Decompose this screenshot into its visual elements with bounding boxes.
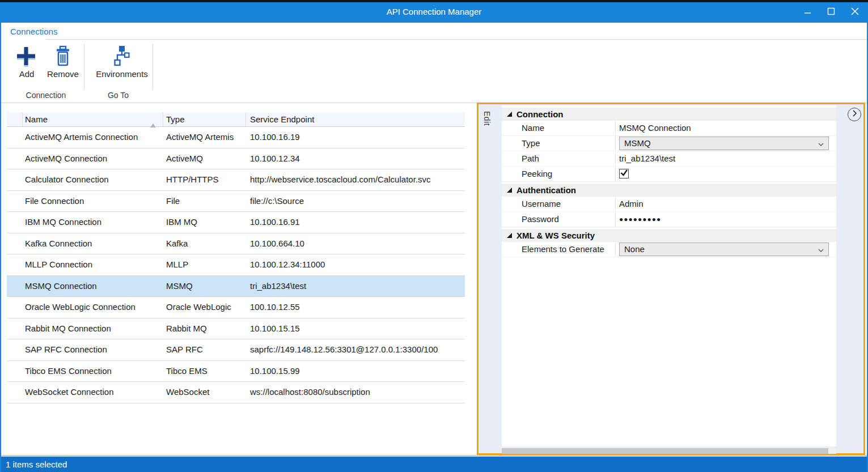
table-row[interactable]: SAP RFC Connection SAP RFC saprfc://149.…: [7, 339, 465, 361]
trash-icon: [43, 44, 83, 68]
table-row[interactable]: Oracle WebLogic Connection Oracle WebLog…: [7, 297, 465, 318]
window-left-border: [0, 23, 1, 472]
minimize-button[interactable]: [795, 2, 819, 23]
property-row-peeking: Peeking: [502, 167, 836, 182]
type-dropdown[interactable]: MSMQ: [619, 137, 829, 150]
expanded-triangle-icon: [507, 112, 512, 117]
scrollbar-thumb[interactable]: [502, 448, 828, 454]
table-row[interactable]: ActiveMQ Connection ActiveMQ 10.100.12.3…: [7, 148, 465, 170]
environments-button-label: Environments: [94, 69, 150, 79]
environments-button[interactable]: Environments: [94, 44, 150, 79]
window-title: API Connection Manager: [0, 0, 868, 23]
section-header-xml-ws-security[interactable]: XML & WS Security: [502, 229, 836, 242]
add-button-label: Add: [7, 69, 46, 79]
chevron-down-icon: [818, 136, 824, 151]
close-button[interactable]: [843, 2, 867, 23]
maximize-icon: [827, 7, 835, 18]
horizontal-scrollbar[interactable]: [502, 448, 836, 454]
group-label-goto: Go To: [84, 91, 153, 100]
ribbon-group-divider: [84, 44, 84, 90]
table-row-selected[interactable]: MSMQ Connection MSMQ tri_ab1234\test: [7, 276, 465, 297]
section-header-connection[interactable]: Connection: [502, 108, 836, 121]
property-row-elements-to-generate: Elements to Generate None: [502, 242, 836, 257]
column-header-type[interactable]: Type: [163, 112, 246, 126]
table-row[interactable]: File Connection File file://c:\Source: [7, 191, 465, 212]
add-button[interactable]: Add: [7, 44, 46, 79]
window-controls: [795, 2, 867, 23]
environments-sitemap-icon: [94, 44, 150, 68]
status-bar: 1 items selected: [0, 457, 868, 472]
column-header-name[interactable]: Name: [23, 112, 163, 126]
edit-panel-tab-label: Edit: [482, 111, 492, 126]
edit-panel: Edit Connection Name MSMQ Connection: [477, 103, 865, 455]
chevron-down-icon: [818, 242, 824, 257]
tab-strip-divider: [46, 39, 867, 40]
table-row[interactable]: IBM MQ Connection IBM MQ 10.100.16.91: [7, 212, 465, 233]
maximize-button[interactable]: [819, 2, 843, 23]
section-header-authentication[interactable]: Authentication: [502, 184, 836, 197]
password-field[interactable]: ●●●●●●●●●: [616, 212, 836, 227]
property-row-path: Path tri_ab1234\test: [502, 151, 836, 167]
property-row-password: Password ●●●●●●●●●: [502, 212, 836, 227]
table-row[interactable]: ActiveMQ Artemis Connection ActiveMQ Art…: [7, 127, 465, 148]
column-header-endpoint[interactable]: Service Endpoint: [246, 112, 465, 126]
close-icon: [851, 7, 859, 18]
checkmark-icon: [620, 167, 628, 181]
peeking-checkbox[interactable]: [619, 169, 629, 178]
row-indicator-column-header[interactable]: [7, 112, 23, 126]
expanded-triangle-icon: [507, 233, 512, 238]
remove-button[interactable]: Remove: [43, 44, 83, 79]
selection-count-text: 1 items selected: [0, 457, 868, 472]
ribbon-group-divider: [153, 44, 153, 90]
table-row[interactable]: Calculator Connection HTTP/HTTPS http://…: [7, 169, 465, 191]
elements-to-generate-dropdown[interactable]: None: [619, 243, 829, 256]
username-field[interactable]: Admin: [616, 197, 836, 211]
path-field[interactable]: tri_ab1234\test: [616, 151, 836, 166]
remove-button-label: Remove: [43, 69, 83, 79]
main-content: Name Type Service Endpoint ActiveMQ Arte…: [1, 103, 867, 456]
property-grid: Connection Name MSMQ Connection Type MSM…: [502, 105, 836, 447]
chevron-right-icon: [851, 109, 858, 120]
table-row[interactable]: WebSocket Connection WebSocket ws://loca…: [7, 382, 465, 403]
table-row[interactable]: Tibco EMS Connection Tibco EMS 10.100.15…: [7, 361, 465, 382]
tab-connections[interactable]: Connections: [10, 27, 57, 36]
table-row[interactable]: MLLP Connection MLLP 10.100.12.34:11000: [7, 254, 465, 276]
ribbon: Connections Add: [1, 23, 867, 103]
add-plus-icon: [7, 44, 46, 68]
collapse-panel-button[interactable]: [848, 108, 861, 121]
name-field[interactable]: MSMQ Connection: [616, 121, 836, 135]
property-row-name: Name MSMQ Connection: [502, 121, 836, 136]
sort-ascending-icon: [150, 117, 156, 131]
group-label-connection: Connection: [8, 91, 84, 100]
table-row[interactable]: Kafka Connection Kafka 10.100.664.10: [7, 233, 465, 255]
expanded-triangle-icon: [507, 188, 512, 193]
table-header: Name Type Service Endpoint: [7, 112, 465, 127]
property-row-username: Username Admin: [502, 197, 836, 212]
minimize-icon: [804, 7, 811, 18]
window-top-edge: [0, 0, 868, 2]
title-bar[interactable]: API Connection Manager: [0, 0, 868, 23]
connections-table: Name Type Service Endpoint ActiveMQ Arte…: [7, 112, 465, 403]
table-row[interactable]: Rabbit MQ Connection Rabbit MQ 10.100.15…: [7, 318, 465, 340]
property-row-type: Type MSMQ: [502, 136, 836, 151]
app-window: API Connection Manager: [0, 0, 868, 472]
